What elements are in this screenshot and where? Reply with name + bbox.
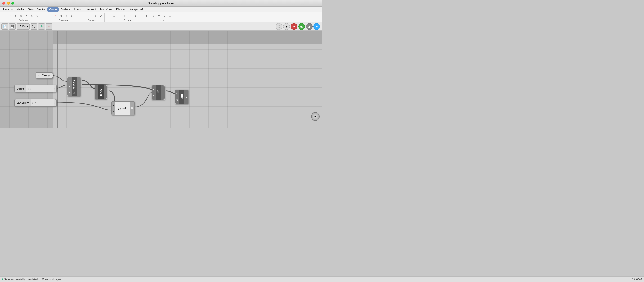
util-icon-3[interactable]: ∌ bbox=[162, 13, 167, 18]
division-icon-4[interactable]: ↑ bbox=[64, 13, 69, 18]
canvas-area[interactable]: ◁ Crv ▷ Count ◇ 8 ▷ Variable y ◇ 4 ▷ C N… bbox=[0, 30, 322, 128]
spline-icon-4[interactable]: ∫ bbox=[122, 13, 127, 18]
division-icons: ⋯ ⊙ ⟲ ↑ ⟳ ∫ bbox=[47, 13, 80, 18]
loft-port-c: C bbox=[176, 92, 178, 95]
menu-intersect[interactable]: Intersect bbox=[83, 7, 98, 12]
index-port-i-out: i bbox=[105, 91, 106, 93]
toolbar-right: ⚙ ◈ ● ◉ ◑ ● bbox=[276, 23, 320, 30]
division-icon-3[interactable]: ⟲ bbox=[58, 13, 64, 18]
new-button[interactable]: 📄 bbox=[2, 24, 8, 30]
menu-surface[interactable]: Surface bbox=[59, 7, 72, 12]
spline-icon-3[interactable]: ⌣ bbox=[116, 13, 122, 18]
minimize-button[interactable] bbox=[7, 2, 10, 5]
loft-port-l-out: L bbox=[186, 96, 187, 98]
menu-curve[interactable]: Curve bbox=[47, 7, 59, 12]
menu-mesh[interactable]: Mesh bbox=[72, 7, 83, 12]
ribbon-label-spline: Spline ▾ bbox=[123, 19, 131, 21]
analysis-icon-1[interactable]: ⬡ bbox=[2, 13, 7, 18]
toolbar2: 📄 💾 154% ▾ ⛶ 👁 ✏ ⚙ ◈ ● ◉ ◑ ● bbox=[0, 22, 322, 30]
spline-icon-6[interactable]: ≋ bbox=[133, 13, 138, 18]
variabley-slider-track[interactable]: ◇ 4 bbox=[30, 100, 54, 106]
index-ports-right: i bbox=[104, 85, 107, 99]
menu-sets[interactable]: Sets bbox=[26, 7, 36, 12]
pframes-node[interactable]: C N A PFrames F t bbox=[68, 77, 80, 96]
analysis-icon-2[interactable]: 〰 bbox=[7, 13, 12, 18]
loft-ports-left: C O bbox=[175, 90, 179, 104]
fit-view-button[interactable]: ⛶ bbox=[30, 24, 37, 30]
expr-ports-right: R bbox=[130, 102, 134, 115]
util-icon-2[interactable]: ↷ bbox=[156, 13, 162, 18]
top-strip bbox=[53, 30, 322, 44]
toolbar-btn-5[interactable]: ◑ bbox=[306, 23, 312, 30]
index-node[interactable]: L i Index i bbox=[95, 85, 106, 99]
index-port-l: L bbox=[96, 88, 97, 90]
analysis-icon-7[interactable]: ∿ bbox=[34, 13, 40, 18]
loft-port-o: O bbox=[176, 99, 178, 101]
primitive-icon-1[interactable]: — bbox=[82, 13, 87, 18]
analysis-icon-6[interactable]: ⊕ bbox=[29, 13, 34, 18]
zoom-control[interactable]: 154% ▾ bbox=[16, 24, 30, 30]
variabley-node[interactable]: Variable y ◇ 4 ▷ bbox=[14, 99, 57, 106]
util-icon-4[interactable]: ⌾ bbox=[168, 13, 172, 18]
compass-widget[interactable]: ✦ bbox=[311, 112, 320, 121]
pframes-port-f: F bbox=[78, 83, 79, 85]
expr-node[interactable]: x y y/(x+1) R bbox=[111, 101, 135, 115]
ribbon-label-util: Util ▾ bbox=[160, 19, 164, 21]
pframes-ports-right: F t bbox=[77, 77, 80, 96]
util-icons: ⌀ ↷ ∌ ⌾ bbox=[151, 13, 172, 18]
save-button[interactable]: 💾 bbox=[9, 24, 16, 30]
count-slider-track[interactable]: ◇ 8 bbox=[26, 85, 54, 92]
menu-display[interactable]: Display bbox=[114, 7, 128, 12]
loft-node[interactable]: C O Loft L bbox=[175, 90, 188, 104]
analysis-icon-5[interactable]: ↗ bbox=[24, 13, 29, 18]
division-icon-1[interactable]: ⋯ bbox=[47, 13, 52, 18]
division-icon-5[interactable]: ⟳ bbox=[69, 13, 74, 18]
spline-icon-2[interactable]: ⌓ bbox=[111, 13, 116, 18]
util-icon-1[interactable]: ⌀ bbox=[151, 13, 156, 18]
pframes-port-c: C bbox=[69, 80, 70, 82]
expr-body: y/(x+1) bbox=[115, 102, 130, 115]
zoom-dropdown-icon: ▾ bbox=[26, 25, 28, 28]
primitive-icons: — ↑ ↺ ↙ bbox=[82, 13, 104, 18]
primitive-icon-4[interactable]: ↙ bbox=[98, 13, 104, 18]
v-divider bbox=[57, 30, 58, 128]
toolbar-btn-6[interactable]: ● bbox=[314, 23, 320, 30]
spline-icons: ⌒ ⌓ ⌣ ∫ 〰 ≋ ∼ ⌇ bbox=[106, 13, 149, 18]
division-icon-2[interactable]: ⊙ bbox=[53, 13, 58, 18]
spline-icon-5[interactable]: 〰 bbox=[128, 13, 132, 18]
ribbon-label-division: Division ▾ bbox=[59, 19, 68, 21]
menu-transform[interactable]: Transform bbox=[98, 7, 114, 12]
analysis-icon-3[interactable]: ✦ bbox=[13, 13, 18, 18]
toolbar-btn-1[interactable]: ⚙ bbox=[276, 23, 282, 30]
close-button[interactable] bbox=[2, 2, 6, 5]
cir-port-c-out: C bbox=[162, 92, 164, 94]
left-panel bbox=[0, 30, 53, 128]
expr-port-r: R bbox=[132, 107, 133, 110]
preview-button[interactable]: 👁 bbox=[38, 24, 45, 30]
zoom-value: 154% bbox=[18, 25, 26, 28]
menu-params[interactable]: Params bbox=[1, 7, 14, 12]
spline-icon-1[interactable]: ⌒ bbox=[106, 13, 111, 18]
analysis-icon-4[interactable]: ⟨⟩ bbox=[18, 13, 24, 18]
primitive-icon-3[interactable]: ↺ bbox=[93, 13, 98, 18]
analysis-icon-8[interactable]: ∾ bbox=[40, 13, 45, 18]
menu-maths[interactable]: Maths bbox=[14, 7, 26, 12]
count-node[interactable]: Count ◇ 8 ▷ bbox=[14, 85, 57, 92]
cir-node[interactable]: P R Cir C bbox=[152, 86, 164, 100]
division-icon-6[interactable]: ∫ bbox=[74, 13, 80, 18]
toolbar-btn-red[interactable]: ● bbox=[291, 23, 298, 30]
menu-kangaroo2[interactable]: Kangaroo2 bbox=[128, 7, 145, 12]
cir-body: Cir bbox=[156, 86, 161, 100]
expr-port-y: y bbox=[113, 110, 114, 112]
spline-icon-8[interactable]: ⌇ bbox=[144, 13, 149, 18]
spline-icon-7[interactable]: ∼ bbox=[138, 13, 144, 18]
index-ports-left: L i bbox=[95, 85, 98, 99]
toolbar-btn-4[interactable]: ◉ bbox=[298, 23, 305, 30]
sketch-button[interactable]: ✏ bbox=[46, 24, 52, 30]
titlebar: Grasshopper - Torvet bbox=[0, 0, 322, 7]
primitive-icon-2[interactable]: ↑ bbox=[87, 13, 92, 18]
toolbar-btn-2[interactable]: ◈ bbox=[283, 23, 290, 30]
crv-node[interactable]: ◁ Crv ▷ bbox=[36, 72, 53, 78]
menu-vector[interactable]: Vector bbox=[36, 7, 47, 12]
maximize-button[interactable] bbox=[11, 2, 14, 5]
